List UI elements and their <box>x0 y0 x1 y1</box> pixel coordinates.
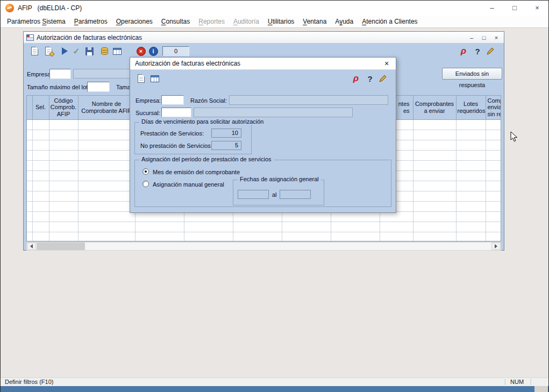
grid-col-nombre-afip[interactable]: Nombre de Comprobante AFIP <box>78 96 135 119</box>
info-button[interactable]: i <box>147 45 160 58</box>
app-icon <box>5 4 14 12</box>
grid-cell <box>49 211 78 222</box>
radio-mes-emision-label[interactable]: Mes de emisión del comprobante <box>153 169 240 175</box>
grid-cell <box>456 160 486 170</box>
razon-social-label: Razón Social: <box>190 97 227 104</box>
minimize-button[interactable]: – <box>481 1 503 16</box>
radio-asignacion-manual[interactable] <box>142 181 149 187</box>
table-row[interactable] <box>27 232 501 241</box>
fecha-desde-field[interactable] <box>238 190 269 199</box>
vencimiento-group-title: Días de vencimiento para solicitar autor… <box>139 118 266 125</box>
grid-cell <box>135 222 184 232</box>
dialog-help-button[interactable]: ? <box>363 72 376 85</box>
mouse-cursor <box>510 131 518 145</box>
new-record-button[interactable] <box>28 45 41 58</box>
resize-grip[interactable] <box>534 386 548 392</box>
grid-col-enviados[interactable]: Comproba enviado sin respu <box>486 96 501 119</box>
prestacion-value-field[interactable]: 10 <box>211 129 241 138</box>
help-button[interactable]: ? <box>471 45 484 58</box>
menu-operaciones[interactable]: Operaciones <box>112 16 157 27</box>
empresa-input[interactable] <box>49 69 71 79</box>
confirm-button[interactable]: ✓ <box>70 45 83 58</box>
window-title: AFIP (dbELDIA - CP) <box>18 1 82 16</box>
menu-parametros-sistema[interactable]: Parámetros Sistema <box>3 16 70 27</box>
help-icon: ? <box>475 47 480 56</box>
help-icon: ? <box>367 74 372 83</box>
grid-cell <box>27 160 32 170</box>
menu-ayuda[interactable]: Ayuda <box>331 16 358 27</box>
grid-cell <box>413 181 456 191</box>
dialog-list-button[interactable] <box>148 72 161 85</box>
fechas-group-title: Fechas de asignación general <box>238 176 321 182</box>
no-prestacion-value-field[interactable]: 5 <box>211 141 241 150</box>
grid-cell <box>413 160 456 170</box>
dialog-close-button[interactable]: × <box>377 58 396 70</box>
child-minimize-button[interactable]: – <box>467 34 476 41</box>
grid-cell <box>456 119 486 130</box>
menu-utilitarios[interactable]: Utilitarios <box>263 16 298 27</box>
empresa-label: Empresa: <box>27 71 52 77</box>
grid-cell <box>49 181 78 191</box>
grid-cell <box>456 201 486 211</box>
grid-col-codigo-afip[interactable]: Código Comprob. AFIP <box>49 96 78 119</box>
field-edit-button[interactable] <box>484 45 497 58</box>
grid-col-sel[interactable]: Sel. <box>32 96 49 119</box>
grid-col-lotes[interactable]: Lotes requeridos <box>456 96 486 119</box>
grid-cell <box>413 201 456 211</box>
grid-cell <box>78 150 135 160</box>
grid-cell <box>27 191 32 201</box>
counter-field: 0 <box>162 46 189 56</box>
grid-cell <box>486 130 501 140</box>
dialog-new-button[interactable] <box>134 72 147 85</box>
dialog-field-edit-button[interactable] <box>376 72 389 85</box>
menu-atencion-clientes[interactable]: Atención a Clientes <box>358 16 422 27</box>
radio-asignacion-manual-label[interactable]: Asignación manual general <box>153 181 224 188</box>
child-close-button[interactable]: × <box>491 34 501 41</box>
scroll-right-button[interactable] <box>491 243 501 250</box>
horizontal-scrollbar[interactable] <box>26 242 501 251</box>
title-bar: AFIP (dbELDIA - CP) – □ × <box>1 1 548 16</box>
close-button[interactable]: × <box>526 1 548 16</box>
dialog-empresa-label: Empresa: <box>136 97 161 104</box>
maximize-button[interactable]: □ <box>503 1 526 16</box>
application-window: AFIP (dbELDIA - CP) – □ × Parámetros Sis… <box>0 0 549 392</box>
enviados-sin-respuesta-button[interactable]: Enviados sin respuesta <box>442 68 502 80</box>
grid-cell <box>413 232 456 241</box>
fecha-hasta-field[interactable] <box>280 190 311 199</box>
menu-parametros[interactable]: Parámetros <box>70 16 112 27</box>
scrollbar-thumb[interactable] <box>37 243 85 250</box>
grid-cell <box>413 222 456 232</box>
grid-cell <box>32 150 49 160</box>
dialog-title-bar[interactable]: Autorización de facturas electrónicas × <box>130 58 396 70</box>
grid-col-indicator[interactable] <box>27 96 32 119</box>
grid-view-button[interactable] <box>111 45 124 58</box>
grid-cell <box>380 222 413 232</box>
menu-consultas[interactable]: Consultas <box>157 16 194 27</box>
grid-cell <box>32 222 49 232</box>
cancel-send-button[interactable]: × <box>134 45 147 58</box>
grid-cell <box>32 130 49 140</box>
dialog-empresa-input[interactable] <box>161 95 184 105</box>
grid-cell <box>32 160 49 170</box>
check-icon: ✓ <box>73 46 80 56</box>
scroll-left-button[interactable] <box>27 243 36 250</box>
tamano-maximo-input[interactable] <box>87 82 110 92</box>
edit-record-button[interactable] <box>42 45 55 58</box>
grid-cell <box>486 232 501 241</box>
child-restore-button[interactable]: □ <box>479 34 489 41</box>
batch-button[interactable] <box>98 45 111 58</box>
save-button[interactable] <box>83 45 96 58</box>
table-row[interactable] <box>27 222 501 232</box>
radio-mes-emision[interactable] <box>142 168 149 175</box>
menu-ventana[interactable]: Ventana <box>298 16 331 27</box>
sucursal-input[interactable] <box>161 108 191 117</box>
child-title-bar[interactable]: Autorización de facturas electrónicas – … <box>24 32 504 44</box>
window-icon <box>26 34 34 41</box>
status-text: Definir filtros (F10) <box>5 379 53 385</box>
grid-col-a-enviar[interactable]: Comprobantes a enviar <box>413 96 456 119</box>
execute-button[interactable] <box>58 45 71 58</box>
dialog-filter-button[interactable]: ρ <box>350 72 362 85</box>
filter-button[interactable]: ρ <box>457 45 470 58</box>
grid-cell <box>331 232 380 241</box>
grid-cell <box>486 181 501 191</box>
